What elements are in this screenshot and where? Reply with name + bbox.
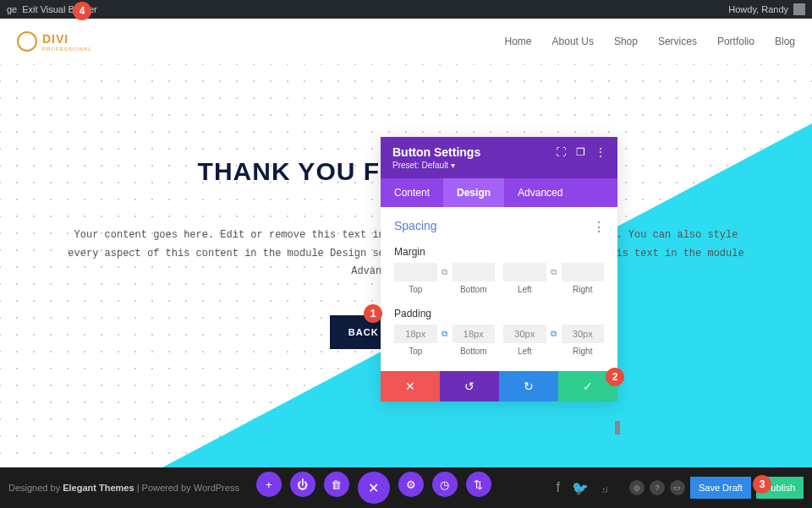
tab-content[interactable]: Content (381, 178, 443, 207)
preset-label[interactable]: Preset: Default ▾ (392, 161, 606, 170)
help-icon[interactable]: ? (650, 480, 665, 495)
padding-left-input[interactable]: 30px (503, 325, 546, 343)
margin-group: Margin Top ⧉ Bottom Left ⧉ (394, 246, 604, 294)
nav-home[interactable]: Home (505, 36, 532, 47)
nav-about[interactable]: About Us (552, 36, 594, 47)
close-builder-button[interactable]: ✕ (358, 472, 390, 504)
tab-advanced[interactable]: Advanced (504, 178, 576, 207)
power-icon[interactable]: ⏻ (290, 472, 315, 497)
desktop-icon[interactable]: ▭ (670, 480, 685, 495)
cap-bottom2: Bottom (453, 347, 496, 356)
site-logo[interactable]: DIVI PROFESSIONAL (17, 31, 92, 52)
more-icon[interactable]: ⋮ (595, 146, 606, 158)
cap-bottom: Bottom (453, 285, 496, 294)
history-icon[interactable]: ◷ (432, 472, 458, 497)
howdy-text[interactable]: Howdy, Randy (728, 4, 788, 14)
nav-blog[interactable]: Blog (775, 36, 795, 47)
step-marker-1: 1 (364, 304, 382, 323)
link-icon[interactable]: ⧉ (437, 325, 453, 343)
button-settings-panel: Button Settings ⛶ ❐ ⋮ Preset: Default ▾ … (381, 137, 617, 401)
add-button[interactable]: + (256, 472, 282, 497)
rss-icon[interactable]: ⟓ (601, 480, 609, 496)
nav-shop[interactable]: Shop (614, 36, 638, 47)
link-icon[interactable]: ⧉ (546, 325, 562, 343)
builder-bottom-bar: Designed by Elegant Themes | Powered by … (0, 467, 812, 508)
padding-bottom-input[interactable]: 18px (453, 325, 496, 343)
save-controls: ◎ ? ▭ Save Draft Publish (629, 477, 804, 499)
step-marker-4: 4 (73, 2, 91, 20)
panel-header[interactable]: Button Settings ⛶ ❐ ⋮ Preset: Default ▾ (381, 137, 617, 178)
link-icon[interactable]: ⧉ (546, 263, 562, 281)
cap-top: Top (394, 285, 437, 294)
link-icon[interactable]: ⧉ (437, 263, 453, 281)
credit-post: | Powered by WordPress (134, 483, 239, 493)
cap-right2: Right (562, 347, 605, 356)
vb-controls: + ⏻ 🗑 ✕ ⚙ ◷ ⇅ (256, 472, 491, 504)
facebook-icon[interactable]: f (557, 480, 560, 496)
logo-text: DIVI (42, 32, 69, 46)
admin-bar: ge Exit Visual Builder Howdy, Randy (0, 0, 812, 19)
nav-services[interactable]: Services (658, 36, 697, 47)
margin-label: Margin (394, 246, 604, 258)
admin-frag: ge (7, 4, 17, 14)
responsive-icon[interactable]: ❐ (576, 146, 585, 158)
avatar[interactable] (793, 3, 805, 15)
trash-icon[interactable]: 🗑 (324, 472, 349, 497)
cap-left2: Left (503, 347, 546, 356)
save-draft-button[interactable]: Save Draft (690, 477, 751, 499)
settings-icon[interactable]: ⚙ (398, 472, 424, 497)
footer-credit: Designed by Elegant Themes | Powered by … (8, 483, 239, 493)
credit-bold[interactable]: Elegant Themes (63, 483, 134, 493)
padding-label: Padding (394, 308, 604, 320)
step-marker-2: 2 (606, 368, 624, 386)
spacing-section-title[interactable]: Spacing (394, 219, 604, 232)
margin-top-input[interactable] (394, 263, 437, 281)
twitter-icon[interactable]: 🐦 (572, 480, 589, 496)
margin-right-input[interactable] (562, 263, 605, 281)
wireframe-icon[interactable]: ⇅ (466, 472, 491, 497)
logo-icon (17, 31, 37, 52)
padding-right-input[interactable]: 30px (562, 325, 605, 343)
step-marker-3: 3 (753, 475, 771, 494)
padding-top-input[interactable]: 18px (394, 325, 437, 343)
panel-tabs: Content Design Advanced (381, 178, 617, 207)
credit-pre: Designed by (8, 483, 63, 493)
view-icon[interactable]: ◎ (629, 480, 645, 495)
cap-left: Left (503, 285, 546, 294)
site-header: DIVI PROFESSIONAL Home About Us Shop Ser… (0, 19, 812, 64)
cap-right: Right (562, 285, 605, 294)
cap-top2: Top (394, 347, 437, 356)
margin-bottom-input[interactable] (453, 263, 496, 281)
tab-design[interactable]: Design (443, 178, 504, 207)
expand-icon[interactable]: ⛶ (556, 146, 566, 158)
logo-subtext: PROFESSIONAL (42, 46, 92, 52)
padding-group: Padding 18px Top ⧉ 18px Bottom 30px Left… (394, 308, 604, 356)
social-icons: f 🐦 ⟓ (557, 480, 609, 496)
redo-button[interactable]: ↻ (499, 371, 558, 401)
scrollbar-handle[interactable] (615, 421, 620, 434)
panel-title: Button Settings (392, 145, 480, 159)
nav-portfolio[interactable]: Portfolio (717, 36, 754, 47)
section-more-icon[interactable]: ⋮ (592, 219, 606, 235)
discard-button[interactable]: ✕ (381, 371, 440, 401)
margin-left-input[interactable] (503, 263, 546, 281)
undo-button[interactable]: ↺ (440, 371, 499, 401)
panel-footer: ✕ ↺ ↻ ✓ (381, 371, 617, 401)
panel-body: Spacing ⋮ Margin Top ⧉ Bottom Left (381, 207, 617, 371)
main-nav: Home About Us Shop Services Portfolio Bl… (505, 36, 795, 47)
